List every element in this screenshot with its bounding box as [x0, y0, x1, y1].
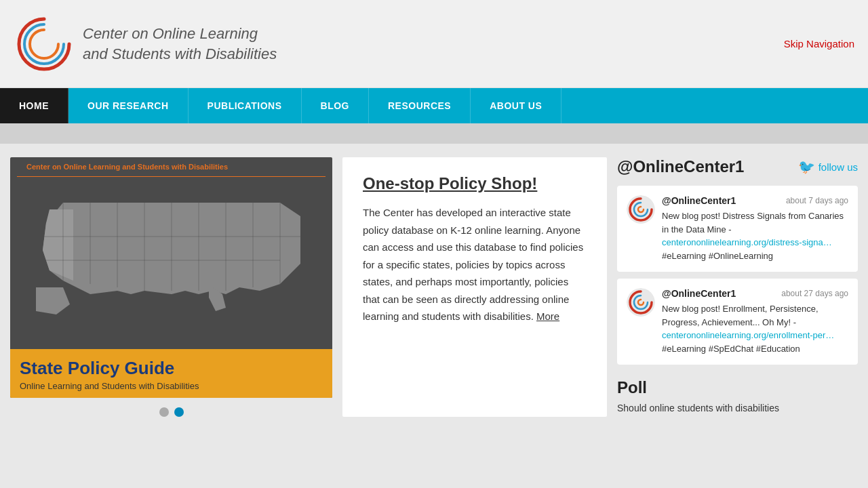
tweet-text-2: New blog post! Enrollment, Persistence, … [662, 302, 848, 355]
article-more-link[interactable]: More [536, 310, 559, 322]
article-section: One-stop Policy Shop! The Center has dev… [342, 157, 607, 417]
slide-dots [10, 407, 332, 417]
tweet-content-2: @OnlineCenter1 about 27 days ago New blo… [662, 288, 848, 355]
tweet-name-2: @OnlineCenter1 [662, 288, 736, 299]
slide-main-title: State Policy Guide [20, 359, 323, 378]
slideshow-container: Center on Online Learning and Students w… [10, 157, 332, 417]
slide-overlay: State Policy Guide Online Learning and S… [10, 349, 332, 398]
tweet-name-1: @OnlineCenter1 [662, 195, 736, 206]
logo-text: Center on Online Learning and Students w… [83, 24, 277, 64]
slide-org-label: Center on Online Learning and Students w… [17, 157, 326, 177]
follow-us-label: follow us [818, 161, 858, 173]
tweet-time-2: about 27 days ago [781, 289, 848, 298]
tweet-meta-2: @OnlineCenter1 about 27 days ago [662, 288, 848, 299]
twitter-bird-icon: 🐦 [798, 159, 815, 175]
slide-map [10, 177, 332, 323]
twitter-header: @OnlineCenter1 🐦 follow us [617, 157, 858, 176]
follow-us-link[interactable]: 🐦 follow us [798, 159, 858, 175]
tweet-link-2[interactable]: centerononlinelearning.org/enrollment-pe… [662, 330, 834, 340]
poll-title: Poll [617, 378, 858, 397]
slideshow: Center on Online Learning and Students w… [10, 157, 332, 398]
logo-icon[interactable] [14, 14, 75, 75]
tweet-tags-2: #eLearning #SpEdChat #Education [662, 344, 800, 354]
nav-publications[interactable]: PUBLICATIONS [189, 88, 302, 123]
tweet-link-1[interactable]: centerononlinelearning.org/distress-sign… [662, 237, 832, 247]
tweet-meta-1: @OnlineCenter1 about 7 days ago [662, 195, 848, 206]
article-body: The Center has developed an interactive … [363, 204, 587, 325]
article-title[interactable]: One-stop Policy Shop! [363, 174, 587, 193]
tweet-card-1: @OnlineCenter1 about 7 days ago New blog… [617, 186, 858, 272]
slide-dot-1[interactable] [159, 407, 169, 417]
nav-blog[interactable]: BLOG [302, 88, 369, 123]
sub-header-bar [0, 123, 868, 144]
main-content: Center on Online Learning and Students w… [0, 144, 868, 430]
tweet-avatar-2 [627, 288, 655, 317]
tweet-content-1: @OnlineCenter1 about 7 days ago New blog… [662, 195, 848, 262]
slide-subtitle: Online Learning and Students with Disabi… [20, 381, 323, 391]
nav-resources[interactable]: RESOURCES [369, 88, 471, 123]
slide-dot-2[interactable] [174, 407, 184, 417]
skip-navigation-link[interactable]: Skip Navigation [784, 38, 854, 49]
tweet-card-2: @OnlineCenter1 about 27 days ago New blo… [617, 279, 858, 365]
page-header: Center on Online Learning and Students w… [0, 0, 868, 88]
poll-section: Poll Should online students with disabil… [617, 378, 858, 413]
tweet-avatar-1 [627, 195, 655, 224]
poll-question: Should online students with disabilities [617, 403, 858, 413]
sidebar: @OnlineCenter1 🐦 follow us @OnlineCenter… [617, 157, 858, 417]
main-navigation: HOME OUR RESEARCH PUBLICATIONS BLOG RESO… [0, 88, 868, 123]
nav-our-research[interactable]: OUR RESEARCH [68, 88, 189, 123]
tweet-text-1: New blog post! Distress Signals from Can… [662, 209, 848, 262]
nav-home[interactable]: HOME [0, 88, 68, 123]
nav-about-us[interactable]: ABOUT US [471, 88, 561, 123]
tweet-time-1: about 7 days ago [786, 196, 848, 205]
us-map-svg [22, 182, 321, 318]
logo-area: Center on Online Learning and Students w… [14, 14, 277, 75]
tweet-tags-1: #eLearning #OnlineLearning [662, 251, 773, 261]
twitter-handle: @OnlineCenter1 [617, 157, 791, 176]
